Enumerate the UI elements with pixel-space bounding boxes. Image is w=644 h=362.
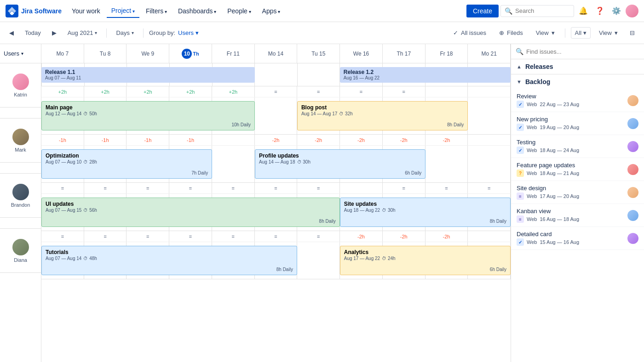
detailed-card-sub: ✓ Web 15 Aug — 16 Aug [517, 238, 623, 246]
backlog-item-feature-page[interactable]: Feature page updates ? Web 18 Aug — 21 A… [511, 158, 644, 181]
brandon-overflow-row: = = = = = = = = = = [41, 183, 511, 194]
site-design-badge: ≡ [517, 192, 524, 200]
backlog-item-kanban-view[interactable]: Kanban view ≡ Web 16 Aug — 18 Aug [511, 204, 644, 227]
brandon-section: = = = = = = = = = = [41, 183, 511, 231]
divider1 [106, 28, 107, 38]
search-box[interactable]: 🔍 [500, 5, 574, 17]
name-mark: Mark [15, 147, 26, 153]
testing-avatar [627, 141, 638, 152]
task-tutorials[interactable]: Tutorials Aug 07 — Aug 14 ⏱ 48h 8h Daily [41, 246, 297, 275]
avatar-mark [12, 129, 29, 145]
view2-filter[interactable]: View ▾ [594, 28, 622, 38]
month-picker[interactable]: Aug 2021 ▾ [64, 28, 101, 38]
backlog-item-new-pricing[interactable]: New pricing ✓ Web 19 Aug — 20 Aug [511, 112, 644, 135]
day-mo21: Mo 21 [468, 44, 511, 63]
search-input[interactable] [515, 7, 570, 14]
right-panel: 🔍 ▲ Releases ▼ Backlog Review ✓ Web [511, 44, 644, 362]
release-2-dates: Aug 16 — Aug 22 [344, 75, 507, 80]
group-by-value[interactable]: Users ▾ [178, 29, 199, 36]
nav-filters[interactable]: Filters [141, 5, 172, 17]
next-button[interactable]: ▶ [48, 28, 60, 38]
backlog-chevron-down: ▼ [517, 79, 522, 85]
release-2-title: Release 1.2 [344, 69, 507, 75]
site-design-avatar [627, 187, 638, 198]
overflow-spacer-3 [0, 218, 41, 229]
brandon-task-row: UI updates Aug 07 — Aug 15 ⏱ 56h 8h Dail… [41, 194, 511, 231]
nav-project[interactable]: Project [107, 4, 139, 18]
notifications-icon[interactable]: 🔔 [576, 4, 591, 18]
site-design-sub: ≡ Web 17 Aug — 20 Aug [517, 192, 623, 200]
nav-apps[interactable]: Apps [258, 5, 285, 17]
backlog-item-testing[interactable]: Testing ✓ Web 18 Aug — 24 Aug [511, 135, 644, 158]
backlog-items-list: Review ✓ Web 22 Aug — 23 Aug New pricing… [511, 89, 644, 362]
katrin-overflow-row: +2h +2h +2h +2h +2h = = = = [41, 86, 511, 97]
feature-page-sub: ? Web 18 Aug — 21 Aug [517, 170, 623, 177]
review-title: Review [517, 93, 623, 100]
user-row-diana: Diana [0, 229, 41, 273]
backlog-item-review[interactable]: Review ✓ Web 22 Aug — 23 Aug [511, 89, 644, 112]
kanban-view-title: Kanban view [517, 208, 623, 215]
mark-overflow-row: -1h -1h -1h -1h -2h -2h -2h -2h -2h [41, 135, 511, 146]
nav-dashboards[interactable]: Dashboards [173, 5, 221, 17]
search-issues-icon: 🔍 [516, 48, 523, 55]
releases-row: 🗂 Release 1.1 [41, 63, 511, 86]
task-ui-updates[interactable]: UI updates Aug 07 — Aug 15 ⏱ 56h 8h Dail… [41, 198, 340, 227]
prev-button[interactable]: ◀ [6, 28, 17, 38]
new-pricing-badge: ✓ [517, 124, 524, 131]
testing-title: Testing [517, 139, 623, 146]
katrin-task-row: Main page Aug 12 — Aug 14 ⏱ 50h 10h Dail… [41, 97, 511, 134]
view-filter[interactable]: View ▾ [531, 28, 559, 38]
task-site-updates[interactable]: Site updates Aug 18 — Aug 22 ⏱ 30h 8h Da… [340, 198, 511, 227]
day-we16: We 16 [340, 44, 383, 63]
sidebar-header[interactable]: Users ▾ [0, 44, 41, 63]
all-issues-filter[interactable]: ✓ All issues [448, 28, 491, 38]
name-brandon: Brandon [11, 202, 30, 208]
create-button[interactable]: Create [466, 5, 499, 17]
kanban-view-sub: ≡ Web 16 Aug — 18 Aug [517, 215, 623, 223]
today-button[interactable]: Today [21, 28, 45, 38]
task-blog-post[interactable]: Blog post Aug 14 — Aug 17 ⏱ 32h 8h Daily [297, 101, 468, 130]
task-main-page[interactable]: Main page Aug 12 — Aug 14 ⏱ 50h 10h Dail… [41, 101, 255, 130]
new-pricing-avatar [627, 118, 638, 129]
help-icon[interactable]: ❓ [592, 4, 607, 18]
site-design-info: Site design ≡ Web 17 Aug — 20 Aug [517, 185, 623, 200]
katrin-section: +2h +2h +2h +2h +2h = = = = [41, 86, 511, 135]
calendar-body: +2h +2h +2h +2h +2h = = = = [41, 86, 511, 362]
diana-overflow-row: = = = = = = = -2h -2h -2h [41, 231, 511, 242]
releases-section-header[interactable]: ▲ Releases [511, 59, 644, 74]
detailed-card-avatar [627, 233, 638, 244]
avatar-katrin [12, 74, 29, 90]
days-picker[interactable]: Days ▾ [112, 28, 138, 38]
issues-search-input[interactable] [526, 48, 639, 55]
user-avatar[interactable] [626, 5, 638, 17]
mark-section: -1h -1h -1h -1h -2h -2h -2h -2h -2h [41, 135, 511, 183]
users-chevron: ▾ [21, 51, 23, 56]
issues-search[interactable]: 🔍 [511, 44, 644, 59]
nav-people[interactable]: People [223, 5, 255, 17]
user-row-katrin: Katrin [0, 63, 41, 107]
settings-icon[interactable]: ⚙️ [609, 4, 624, 18]
release-bar-2[interactable]: Release 1.2 Aug 16 — Aug 22 [340, 67, 511, 83]
avatar-brandon [12, 184, 29, 200]
backlog-item-detailed-card[interactable]: Detailed card ✓ Web 15 Aug — 16 Aug [511, 227, 644, 250]
overflow-spacer-1 [0, 107, 41, 119]
kanban-view-badge: ≡ [517, 215, 524, 223]
name-katrin: Katrin [14, 92, 27, 97]
task-profile-updates[interactable]: Profile updates Aug 14 — Aug 18 ⏱ 30h 6h… [255, 149, 426, 179]
layout-toggle[interactable]: ⊟ [626, 28, 638, 38]
new-pricing-info: New pricing ✓ Web 19 Aug — 20 Aug [517, 116, 623, 131]
sub-toolbar: ◀ Today ▶ Aug 2021 ▾ Days ▾ Group by: Us… [0, 22, 644, 44]
task-optimization[interactable]: Optimization Aug 07 — Aug 10 ⏱ 28h 7h Da… [41, 149, 212, 179]
backlog-section-header[interactable]: ▼ Backlog [511, 74, 644, 89]
new-pricing-title: New pricing [517, 116, 623, 123]
release-bar-1[interactable]: Release 1.1 Aug 07 — Aug 11 [41, 67, 255, 83]
filed-filter[interactable]: ⊕ Fileds [494, 28, 528, 38]
task-analytics[interactable]: Analytics Aug 17 — Aug 22 ⏱ 24h 6h Daily [340, 246, 511, 275]
all-selector[interactable]: All ▾ [571, 27, 591, 39]
logo[interactable]: Jira Software [6, 5, 62, 17]
backlog-item-site-design[interactable]: Site design ≡ Web 17 Aug — 20 Aug [511, 181, 644, 204]
releases-section-title: Releases [525, 63, 553, 70]
nav-your-work[interactable]: Your work [67, 5, 105, 17]
top-navigation: Jira Software Your work Project Filters … [0, 0, 644, 22]
review-sub: ✓ Web 22 Aug — 23 Aug [517, 101, 623, 108]
